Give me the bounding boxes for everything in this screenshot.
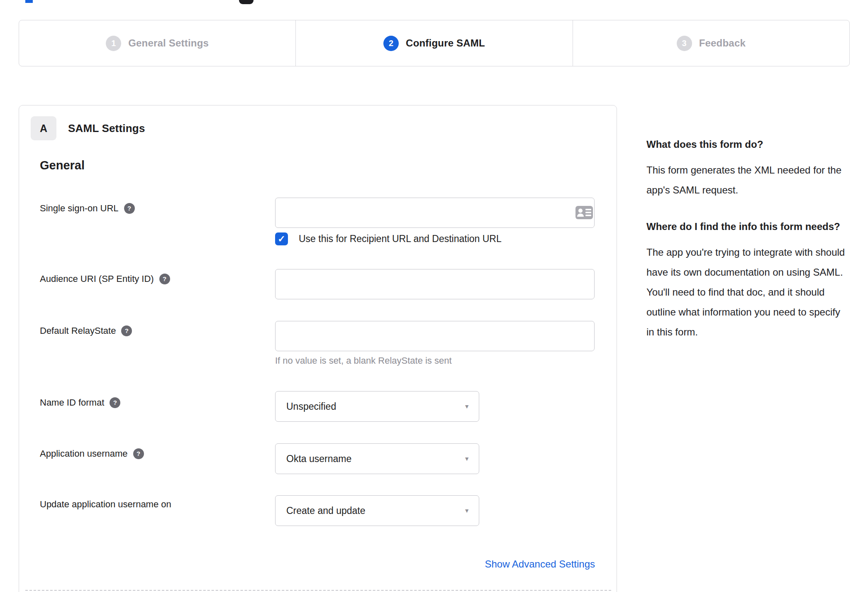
relay-state-label: Default RelayState ? [40, 325, 132, 337]
application-username-select[interactable]: Okta username ▼ [275, 443, 479, 474]
audience-uri-input[interactable] [275, 269, 595, 299]
step-general-settings[interactable]: 1 General Settings [19, 20, 295, 66]
relay-state-hint: If no value is set, a blank RelayState i… [275, 355, 452, 366]
clipped-title-fragment [25, 0, 33, 3]
saml-settings-panel: A SAML Settings General Single sign-on U… [19, 105, 617, 592]
sidebar-heading-form-purpose: What does this form do? [646, 135, 846, 154]
update-username-label: Update application username on [40, 499, 171, 510]
update-username-label-text: Update application username on [40, 499, 171, 510]
panel-title: SAML Settings [68, 122, 145, 135]
sidebar-heading-find-info: Where do I find the info this form needs… [646, 218, 846, 236]
application-username-label: Application username ? [40, 448, 144, 460]
step-1-label: General Settings [128, 37, 209, 49]
step-configure-saml[interactable]: 2 Configure SAML [295, 20, 572, 66]
sidebar-body-find-info: The app you're trying to integrate with … [646, 242, 846, 342]
recipient-url-checkbox[interactable]: ✓ [275, 232, 288, 245]
name-id-format-help-icon[interactable]: ? [110, 397, 120, 408]
step-3-circle: 3 [677, 36, 692, 51]
step-2-circle: 2 [383, 36, 399, 51]
audience-uri-label-text: Audience URI (SP Entity ID) [40, 273, 154, 285]
chevron-down-icon: ▼ [464, 403, 470, 410]
chevron-down-icon: ▼ [464, 507, 470, 514]
name-id-format-label-text: Name ID format [40, 397, 104, 409]
name-id-format-select[interactable]: Unspecified ▼ [275, 391, 479, 422]
section-a-badge: A [31, 116, 56, 140]
relay-state-label-text: Default RelayState [40, 325, 116, 337]
relay-state-help-icon[interactable]: ? [121, 325, 132, 336]
update-username-value: Create and update [286, 505, 366, 516]
application-username-help-icon[interactable]: ? [133, 448, 144, 459]
application-username-value: Okta username [286, 453, 351, 465]
step-feedback[interactable]: 3 Feedback [573, 20, 849, 66]
step-1-circle: 1 [106, 36, 121, 51]
name-id-format-value: Unspecified [286, 401, 336, 412]
general-section-title: General [40, 159, 85, 172]
audience-uri-help-icon[interactable]: ? [159, 274, 170, 284]
step-3-label: Feedback [699, 37, 746, 49]
show-advanced-settings-link[interactable]: Show Advanced Settings [485, 558, 595, 570]
application-username-label-text: Application username [40, 448, 128, 460]
help-sidebar: What does this form do? This form genera… [646, 135, 846, 360]
chevron-down-icon: ▼ [464, 455, 470, 462]
recipient-url-checkbox-label: Use this for Recipient URL and Destinati… [299, 233, 502, 245]
audience-uri-label: Audience URI (SP Entity ID) ? [40, 273, 170, 285]
step-2-label: Configure SAML [406, 37, 485, 49]
relay-state-input[interactable] [275, 321, 595, 351]
wizard-stepper: 1 General Settings 2 Configure SAML 3 Fe… [19, 20, 850, 66]
sso-url-label: Single sign-on URL ? [40, 203, 135, 214]
clipped-logo-fragment [239, 0, 254, 4]
sidebar-body-form-purpose: This form generates the XML needed for t… [646, 160, 846, 200]
update-username-select[interactable]: Create and update ▼ [275, 495, 479, 526]
recipient-url-checkbox-row: ✓ Use this for Recipient URL and Destina… [275, 232, 502, 245]
contact-card-icon[interactable] [575, 205, 593, 220]
sso-url-help-icon[interactable]: ? [124, 203, 135, 214]
sso-url-label-text: Single sign-on URL [40, 203, 119, 214]
name-id-format-label: Name ID format ? [40, 397, 120, 409]
advanced-settings-divider [25, 590, 611, 591]
sso-url-input[interactable] [275, 198, 595, 228]
